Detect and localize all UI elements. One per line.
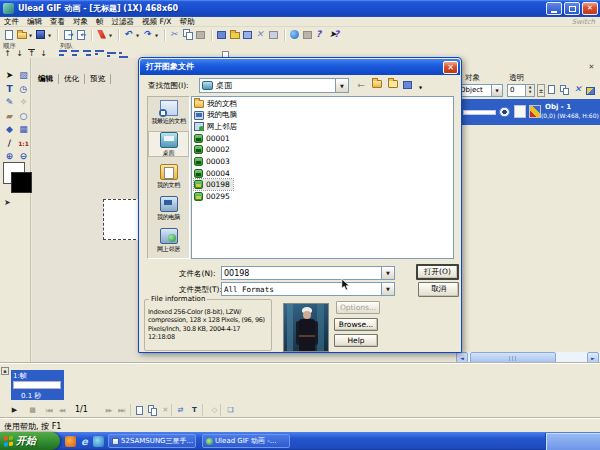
cut-icon[interactable]: ✂ [169, 29, 181, 41]
new-icon[interactable] [3, 29, 15, 41]
scroll-right-icon[interactable]: ► [587, 352, 599, 363]
file-row[interactable]: 我的文档 [194, 98, 240, 109]
place-desktop[interactable]: 桌面 [149, 132, 188, 156]
save-icon[interactable] [35, 29, 47, 41]
copy-object-icon[interactable] [560, 85, 571, 96]
transparency-slider-button[interactable]: ± [537, 84, 545, 97]
image-object-icon[interactable] [585, 85, 596, 96]
file-row[interactable]: 00003 [194, 156, 233, 167]
duplicate-object-icon[interactable] [547, 85, 558, 96]
tab-0[interactable]: 编辑 [33, 74, 59, 84]
quicklaunch-ie-icon[interactable]: e [79, 436, 90, 447]
minimize-button[interactable] [546, 2, 562, 15]
browse-button[interactable]: Browse... [334, 318, 378, 331]
tab-2[interactable]: 预览 [85, 74, 111, 84]
wizard-dropdown[interactable]: ▼ [109, 29, 114, 41]
file-row[interactable]: 00001 [194, 133, 233, 144]
filename-dropdown-icon[interactable]: ▼ [381, 267, 394, 279]
object-swatch-color[interactable] [529, 105, 541, 118]
redo-dropdown[interactable]: ▼ [155, 29, 160, 41]
help-icon[interactable]: ? [315, 29, 327, 41]
file-list[interactable]: 我的文档我的电脑网上邻居0000100002000030000400198002… [191, 96, 454, 259]
delete-icon[interactable]: ✕ [255, 29, 267, 41]
timeline-collapse-icon[interactable]: ▪ [1, 367, 9, 375]
lookin-dropdown-icon[interactable]: ▼ [335, 79, 348, 92]
next-frame-icon[interactable]: ▶▶ [102, 404, 115, 416]
reverse-frames-icon[interactable]: ⇄ [174, 404, 187, 416]
filetype-combo[interactable]: All Formats▼ [221, 282, 395, 296]
up-folder-icon[interactable] [370, 79, 384, 92]
menu-5[interactable]: 过滤器 [108, 17, 139, 27]
lasso-tool[interactable]: ✧ [17, 96, 30, 109]
taskbar-task-1[interactable]: 52SAMSUNG三星手... [108, 434, 196, 448]
new-folder-icon[interactable] [386, 79, 400, 92]
open-button[interactable]: 打开(O) [416, 264, 459, 280]
zoom-tool[interactable]: ○ [17, 110, 30, 123]
undo-dropdown[interactable]: ▼ [136, 29, 141, 41]
start-button[interactable]: 开始 [0, 432, 60, 450]
undo-icon[interactable]: ↶ [123, 29, 135, 41]
delete-object-icon[interactable]: ✕ [573, 85, 584, 96]
cancel-button[interactable]: 取消 [418, 282, 459, 297]
menu-6[interactable]: 视频 F/X [138, 17, 175, 27]
transparency-spinner[interactable]: 0▲▼ [507, 84, 535, 97]
select-tool[interactable]: ▧ [17, 69, 30, 82]
frame-grid-icon[interactable] [216, 29, 228, 41]
wizard-icon[interactable] [96, 29, 108, 41]
banner-icon[interactable] [229, 29, 241, 41]
play-icon[interactable]: ▶ [8, 404, 21, 416]
lookin-combo[interactable]: 桌面 ▼ [199, 78, 349, 93]
taskbar-task-2[interactable]: Ulead GIF 动画 -... [202, 434, 290, 448]
views-icon[interactable]: ▼ [402, 79, 422, 92]
export-icon[interactable]: ← [75, 29, 87, 41]
quicklaunch-icon-1[interactable] [65, 436, 76, 447]
menu-2[interactable]: 查看 [46, 17, 69, 27]
foreground-color-swatch[interactable] [11, 172, 32, 193]
help-button[interactable]: Help [334, 334, 378, 347]
restore-button[interactable] [564, 2, 580, 15]
layers-icon[interactable] [242, 29, 254, 41]
arrow-tool[interactable]: ➤ [3, 69, 16, 82]
fill-tool[interactable]: ◆ [3, 123, 16, 136]
back-icon[interactable]: ← [354, 79, 368, 92]
eyedropper-tool[interactable]: ∕ [3, 137, 16, 150]
canvas[interactable] [103, 199, 141, 240]
preview-icon[interactable] [302, 29, 314, 41]
menu-7[interactable]: 帮助 [175, 17, 198, 27]
menu-0[interactable]: 文件 [0, 17, 23, 27]
panel-close-icon[interactable]: ✕ [587, 63, 596, 72]
file-row[interactable]: 00002 [194, 144, 233, 155]
place-recent[interactable]: 我最近的文档 [149, 100, 188, 124]
place-network2[interactable]: 网上邻居 [149, 228, 188, 252]
add-text-icon[interactable]: T [188, 404, 201, 416]
tab-1[interactable]: 优化 [59, 74, 85, 84]
place-mycomputer[interactable]: 我的电脑 [149, 196, 188, 220]
object-swatch-white[interactable] [514, 105, 526, 118]
visibility-eye-icon[interactable] [499, 107, 510, 117]
paste-icon[interactable] [195, 29, 207, 41]
add-frame-icon[interactable] [133, 404, 146, 416]
first-frame-icon[interactable]: |◀◀ [42, 404, 55, 416]
quicklaunch-icon-2[interactable] [93, 436, 104, 447]
file-row[interactable]: 00295 [194, 191, 233, 202]
file-row[interactable]: 网上邻居 [194, 121, 240, 132]
open-dropdown[interactable]: ▼ [29, 29, 34, 41]
rotate-tool[interactable]: ◷ [17, 83, 30, 96]
grid-tool[interactable]: ▦ [17, 123, 30, 136]
menu-3[interactable]: 对象 [69, 17, 92, 27]
import-icon[interactable]: → [62, 29, 74, 41]
actual-size-tool[interactable]: 1:1 [17, 137, 30, 150]
file-row[interactable]: 我的电脑 [194, 110, 240, 121]
horizontal-scrollbar[interactable]: ◄ ► [456, 352, 600, 363]
globe-icon[interactable] [289, 29, 301, 41]
brush-tool[interactable]: ✎ [3, 96, 16, 109]
optimize-icon[interactable] [268, 29, 280, 41]
eraser-tool[interactable]: ▰ [3, 110, 16, 123]
file-row[interactable]: 00004 [194, 168, 233, 179]
redo-icon[interactable]: ↷ [142, 29, 154, 41]
frame-entry[interactable]: 1:帧 0.1 秒 [11, 370, 64, 400]
last-frame-icon[interactable]: ▶▶| [115, 404, 128, 416]
export-frame-icon[interactable]: ❏ [224, 404, 237, 416]
close-button[interactable]: ✕ [582, 2, 598, 15]
options-button[interactable]: Options... [336, 301, 380, 314]
